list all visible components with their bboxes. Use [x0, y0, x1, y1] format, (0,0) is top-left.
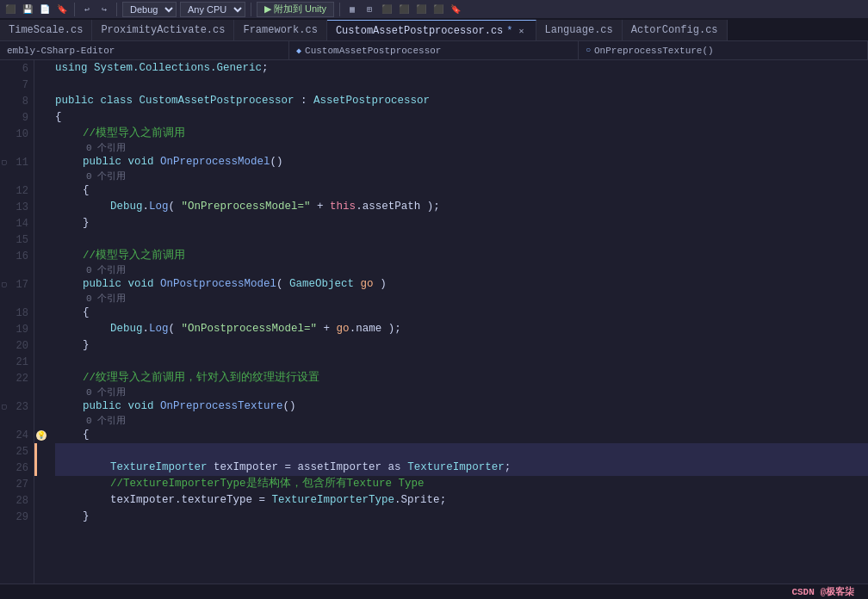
toolbar-icon-9[interactable]: ⬛ — [414, 3, 428, 16]
tab-framework-label: Framework.cs — [243, 24, 317, 36]
code-line-14: } — [55, 215, 868, 232]
line-num-14: 14 — [0, 215, 34, 232]
toolbar-icon-7[interactable]: ⬛ — [380, 3, 394, 16]
gutter: 💡 — [34, 60, 48, 584]
type-system: System.Collections.Generic — [94, 60, 262, 77]
gutter-bulb-26[interactable]: 💡 — [34, 427, 48, 443]
log-19: Log — [149, 321, 169, 337]
code-line-6: using System.Collections.Generic; — [55, 60, 868, 77]
str-13: "OnPreprocessModel=" — [182, 199, 311, 215]
ref-hint-23: 0 个引用 — [86, 413, 126, 429]
tab-language-label: Language.cs — [545, 24, 613, 36]
nav-method: ○ OnPreprocessTexture() — [579, 41, 868, 59]
toolbar-icon-4[interactable]: 🔖 — [55, 3, 69, 16]
code-line-15 — [55, 232, 868, 248]
line-num-10: 10 — [0, 126, 34, 142]
tab-actorconfig[interactable]: ActorConfig.cs — [623, 20, 728, 40]
debug-dropdown[interactable]: Debug — [122, 2, 177, 17]
tab-language[interactable]: Language.cs — [536, 20, 623, 40]
type-texturei: TextureImporter — [110, 460, 208, 476]
line-num-26: 26 — [0, 460, 34, 476]
tab-timescale-label: TimeScale.cs — [9, 24, 83, 36]
line-num-18: 18 — [0, 305, 34, 321]
toolbar-icon-10[interactable]: ⬛ — [431, 3, 445, 16]
code-line-7 — [55, 77, 868, 93]
semi-28: ; — [440, 492, 447, 509]
line-num-7: 7 — [0, 77, 34, 93]
lightbulb-icon[interactable]: 💡 — [36, 430, 46, 441]
tab-bar: TimeScale.cs ProximityActivate.cs Framew… — [0, 19, 868, 41]
toolbar-icon-6[interactable]: ⊞ — [363, 3, 376, 16]
code-line-25 — [55, 443, 868, 460]
plus-13: + — [311, 199, 331, 215]
cpu-dropdown[interactable]: Any CPU — [180, 2, 245, 17]
line-num-24: 24 — [0, 427, 34, 443]
eq-26: = — [278, 460, 298, 476]
this-13: this — [330, 199, 356, 215]
toolbar-icon-3[interactable]: 📄 — [38, 3, 52, 16]
line-num-19: 19 — [0, 321, 34, 337]
redo-icon[interactable]: ↪ — [97, 3, 111, 16]
tab-proximityactivate-label: ProximityActivate.cs — [101, 24, 225, 36]
fold-icon-23[interactable]: ▢ — [2, 402, 6, 411]
toolbar-icon-1[interactable]: ⬛ — [3, 3, 17, 16]
code-line-17: public void OnPostprocessModel( GameObje… — [55, 276, 868, 293]
kw-using: using — [55, 60, 94, 77]
attach-unity-button[interactable]: ▶ 附加到 Unity — [257, 2, 334, 17]
toolbar-icon-2[interactable]: 💾 — [21, 3, 34, 16]
type-go: GameObject — [289, 276, 354, 293]
nav-class-label: CustomAssetPostprocessor — [305, 46, 441, 56]
status-bar: CSDN @极客柒 — [0, 584, 868, 599]
fold-icon-11[interactable]: ▢ — [2, 157, 6, 167]
punct-23: () — [283, 398, 296, 415]
punct-colon: : — [294, 93, 314, 109]
toolbar: ⬛ 💾 📄 🔖 ↩ ↪ Debug Any CPU ▶ 附加到 Unity ▦ … — [0, 0, 868, 19]
separator-3 — [251, 3, 251, 16]
brace-18: { — [83, 305, 90, 321]
nav-method-label: OnPreprocessTexture() — [594, 46, 714, 56]
toolbar-icon-8[interactable]: ⬛ — [397, 3, 411, 16]
line-num-8: 8 — [0, 93, 34, 109]
code-content[interactable]: using System.Collections.Generic; public… — [48, 60, 868, 584]
code-line-10-hint: 0 个引用 — [55, 142, 868, 154]
fold-icon-17[interactable]: ▢ — [2, 280, 6, 289]
prop-19: name — [356, 321, 381, 337]
separator-1 — [74, 3, 75, 16]
dot-19: . — [143, 321, 150, 337]
kw-void-11: void — [128, 154, 161, 170]
undo-icon[interactable]: ↩ — [80, 3, 94, 16]
code-line-19: Debug.Log( "OnPostprocessModel=" + go.na… — [55, 321, 868, 337]
gutter-bar-28 — [34, 460, 37, 476]
line-num-23: ▢ 23 — [0, 398, 34, 415]
tab-actorconfig-label: ActorConfig.cs — [631, 24, 718, 36]
tab-proximityactivate[interactable]: ProximityActivate.cs — [92, 20, 234, 40]
dot2-28: . — [394, 492, 401, 509]
dot-13: . — [143, 199, 150, 215]
attach-unity-label: 附加到 Unity — [274, 3, 326, 15]
toolbar-icon-5[interactable]: ▦ — [345, 3, 359, 16]
toolbar-icon-11[interactable]: 🔖 — [449, 3, 462, 16]
tab-custom-label: CustomAssetPostprocessor.cs — [336, 25, 503, 37]
punct-17c: ) — [374, 276, 387, 293]
kw-void-17: void — [128, 276, 161, 293]
tab-framework[interactable]: Framework.cs — [234, 20, 326, 40]
code-line-10: //模型导入之前调用 — [55, 126, 868, 142]
method-icon: ○ — [586, 46, 591, 55]
comment-27: //TextureImporterType是结构体，包含所有Texture Ty… — [110, 476, 425, 492]
prop-texturetype: textureType — [182, 492, 253, 509]
line-num-9: 9 — [0, 109, 34, 126]
line-num-10-hint — [0, 142, 34, 154]
tab-close-custom[interactable]: ✕ — [517, 26, 527, 36]
tab-timescale[interactable]: TimeScale.cs — [0, 20, 92, 40]
line-num-25: 25 — [0, 443, 34, 460]
var-28: texImpoter — [110, 492, 175, 509]
eq-28: = — [252, 492, 272, 509]
punct-17b — [354, 276, 361, 293]
line-num-12: 12 — [0, 182, 34, 199]
brace-20: } — [83, 337, 90, 354]
tab-modified-indicator: * — [506, 25, 512, 37]
tab-customassetpostprocessor[interactable]: CustomAssetPostprocessor.cs * ✕ — [327, 20, 536, 40]
p2-19: ); — [381, 321, 401, 337]
line-num-17-hint — [0, 293, 34, 305]
p1-13: ( — [169, 199, 182, 215]
